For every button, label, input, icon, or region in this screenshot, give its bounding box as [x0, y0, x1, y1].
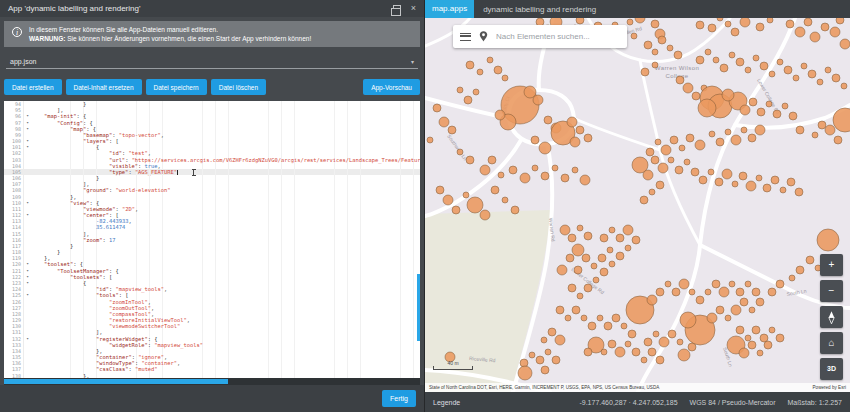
- tree-marker[interactable]: [584, 284, 592, 292]
- menu-icon[interactable]: [460, 33, 471, 41]
- tree-marker[interactable]: [769, 71, 775, 77]
- map-viewport[interactable]: Southwest LnEddy CtCullen RdLower Colleg…: [425, 18, 850, 392]
- tree-marker[interactable]: [748, 341, 756, 349]
- tree-marker[interactable]: [695, 140, 705, 150]
- crs-readout[interactable]: WGS 84 / Pseudo-Mercator: [690, 399, 776, 406]
- tree-marker[interactable]: [736, 58, 744, 66]
- tree-marker[interactable]: [830, 27, 840, 37]
- tree-marker[interactable]: [806, 256, 814, 264]
- tree-marker[interactable]: [725, 315, 731, 321]
- tree-marker[interactable]: [691, 168, 699, 176]
- tree-marker[interactable]: [677, 339, 683, 345]
- tree-marker[interactable]: [832, 74, 840, 82]
- tree-marker[interactable]: [707, 313, 717, 323]
- tree-marker[interactable]: [436, 186, 444, 194]
- tree-marker[interactable]: [600, 234, 608, 242]
- tree-marker[interactable]: [466, 61, 474, 69]
- tree-marker[interactable]: [488, 156, 496, 164]
- tree-marker[interactable]: [615, 347, 625, 357]
- tree-marker[interactable]: [676, 76, 684, 84]
- tree-marker[interactable]: [717, 18, 723, 21]
- tree-marker[interactable]: [576, 18, 584, 24]
- tree-marker[interactable]: [729, 52, 735, 58]
- tree-marker[interactable]: [631, 33, 637, 39]
- tree-marker[interactable]: [656, 356, 664, 364]
- tree-marker[interactable]: [439, 117, 449, 127]
- search-input[interactable]: [496, 32, 620, 41]
- tree-marker[interactable]: [502, 197, 508, 203]
- tree-marker[interactable]: [672, 288, 680, 296]
- tree-marker[interactable]: [699, 176, 707, 184]
- tree-marker[interactable]: [736, 288, 744, 296]
- tree-marker[interactable]: [679, 279, 689, 289]
- tree-marker[interactable]: [716, 306, 724, 314]
- tree-marker[interactable]: [556, 306, 564, 314]
- tree-marker[interactable]: [808, 70, 816, 78]
- tree-marker[interactable]: [777, 59, 783, 65]
- tree-marker[interactable]: [552, 356, 560, 364]
- tree-marker[interactable]: [625, 341, 631, 347]
- map-canvas[interactable]: Southwest LnEddy CtCullen RdLower Colleg…: [425, 18, 850, 392]
- tree-marker[interactable]: [786, 20, 794, 28]
- tree-marker[interactable]: [518, 366, 532, 380]
- tree-marker[interactable]: [593, 277, 599, 283]
- tree-marker[interactable]: [584, 348, 592, 356]
- tree-marker[interactable]: [679, 145, 685, 151]
- tree-marker[interactable]: [796, 126, 804, 134]
- tree-marker[interactable]: [716, 138, 724, 146]
- tree-marker[interactable]: [756, 175, 762, 181]
- tree-marker[interactable]: [720, 64, 728, 72]
- tree-marker[interactable]: [773, 110, 781, 118]
- tree-marker[interactable]: [567, 117, 577, 127]
- tree-marker[interactable]: [511, 206, 519, 214]
- tree-marker[interactable]: [560, 225, 570, 235]
- tree-marker[interactable]: [568, 284, 576, 292]
- zoom-in-button[interactable]: +: [820, 254, 843, 276]
- create-file-button[interactable]: Datei erstellen: [4, 79, 62, 95]
- tree-marker[interactable]: [652, 49, 658, 55]
- tree-marker[interactable]: [757, 350, 763, 356]
- tree-marker[interactable]: [524, 86, 536, 98]
- tree-marker[interactable]: [644, 338, 652, 346]
- tree-marker[interactable]: [674, 51, 682, 59]
- tree-marker[interactable]: [725, 21, 731, 27]
- tree-marker[interactable]: [576, 126, 584, 134]
- tree-marker[interactable]: [683, 83, 693, 93]
- tree-marker[interactable]: [625, 245, 631, 251]
- tree-marker[interactable]: [536, 356, 544, 364]
- restore-window-icon[interactable]: [393, 5, 401, 12]
- tree-marker[interactable]: [531, 136, 539, 144]
- tree-marker[interactable]: [698, 99, 716, 117]
- tree-marker[interactable]: [696, 296, 704, 304]
- tree-marker[interactable]: [776, 280, 784, 288]
- tree-marker[interactable]: [566, 254, 574, 262]
- code-lines[interactable]: 94 }95 ],96▾ "map-init": {97▾ "Config": …: [4, 101, 420, 378]
- compass-button[interactable]: [820, 306, 843, 328]
- tree-marker[interactable]: [656, 181, 664, 189]
- tree-marker[interactable]: [644, 41, 652, 49]
- tree-marker[interactable]: [480, 165, 490, 175]
- tree-marker[interactable]: [601, 349, 607, 355]
- tree-marker[interactable]: [787, 178, 795, 186]
- tree-marker[interactable]: [748, 134, 756, 142]
- tree-marker[interactable]: [491, 186, 499, 194]
- tree-marker[interactable]: [623, 225, 633, 235]
- code-editor[interactable]: 94 }95 ],96▾ "map-init": {97▾ "Config": …: [4, 101, 420, 378]
- tree-marker[interactable]: [753, 55, 759, 61]
- tree-marker[interactable]: [745, 281, 751, 287]
- tree-marker[interactable]: [541, 366, 549, 374]
- tree-marker[interactable]: [821, 23, 829, 31]
- tree-marker[interactable]: [825, 67, 831, 73]
- close-icon[interactable]: ×: [411, 4, 416, 13]
- tree-marker[interactable]: [655, 139, 661, 145]
- replace-content-button[interactable]: Datei-Inhalt ersetzen: [66, 79, 142, 95]
- tree-marker[interactable]: [680, 312, 696, 328]
- tree-marker[interactable]: [745, 335, 751, 341]
- tree-marker[interactable]: [533, 95, 543, 105]
- tree-marker[interactable]: [477, 69, 483, 75]
- tree-marker[interactable]: [731, 28, 739, 36]
- tree-marker[interactable]: [577, 293, 583, 299]
- tree-marker[interactable]: [473, 89, 479, 95]
- tree-marker[interactable]: [834, 136, 842, 144]
- tree-marker[interactable]: [746, 181, 756, 191]
